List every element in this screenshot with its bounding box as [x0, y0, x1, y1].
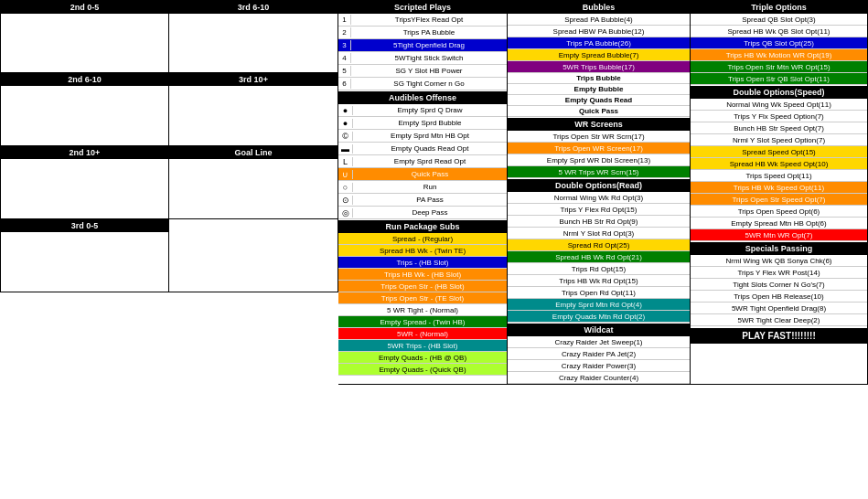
- play-fast-label: PLAY FAST!!!!!!!!: [691, 328, 867, 344]
- audible-row: ⊙PA Pass: [338, 194, 507, 207]
- list-item: Spread QB Slot Opt(3): [691, 14, 867, 26]
- down-header-3rd-6-10: 3rd 6-10: [169, 1, 338, 14]
- list-item: 5WR - (Normal): [338, 328, 507, 340]
- list-item: Trips Y Flex WR Post(14): [691, 267, 867, 279]
- play-name: TripsYFlex Read Opt: [351, 15, 507, 25]
- down-cell-2nd-6-10: 2nd 6-10: [0, 73, 169, 146]
- list-item: Trips HB Wk - (HB Slot): [338, 269, 507, 281]
- list-item: Empty Quads Mtn Rd Opt(2): [508, 311, 690, 323]
- list-item: Empty Spread Mtn HB Opt(6): [691, 218, 867, 229]
- list-item: 5WR Trips Bubble(17): [508, 61, 690, 73]
- bubbles-list: Spread PA Bubble(4)Spread HBW PA Bubble(…: [508, 14, 690, 73]
- down-cell-2nd-0-5: 2nd 0-5: [0, 0, 169, 73]
- play-number: 1: [338, 15, 351, 25]
- list-item: Trips - (HB Slot): [338, 257, 507, 269]
- list-item: Normal Wing Wk Speed Opt(11): [691, 99, 867, 111]
- list-item: Spread HB Wk - (Twin TE): [338, 245, 507, 257]
- list-item: Trips Open WR Screen(17): [508, 143, 690, 154]
- audible-row: ●Empty Sprd Q Draw: [338, 104, 507, 117]
- list-item: Bunch HB Str Speed Opt(7): [691, 122, 867, 134]
- list-item: Nrml Y Slot Speed Option(7): [691, 134, 867, 146]
- scripted-plays-list: 1TripsYFlex Read Opt2Trips PA Bubble35Ti…: [338, 14, 507, 90]
- list-item: Crazy Raider Jet Sweep(1): [508, 336, 690, 348]
- scripted-play-row: 2Trips PA Bubble: [338, 27, 507, 39]
- audible-row: ◎Deep Pass: [338, 207, 507, 219]
- play-name: 5Tight Openfield Drag: [351, 40, 507, 50]
- play-number: 2: [338, 27, 351, 37]
- audibles-header: Audibles Offense: [338, 91, 507, 104]
- list-item: Trips Open Speed Opt(6): [691, 206, 867, 218]
- list-item: Spread HBW PA Bubble(12): [508, 26, 690, 37]
- audible-name: Run: [353, 182, 507, 192]
- audible-icon: ●: [338, 119, 353, 128]
- list-item: Nrml Y Slot Rd Opt(3): [508, 228, 690, 239]
- play-number: 3: [338, 40, 351, 50]
- specials-list: Nrml Wing Wk QB Sonya Chk(6)Trips Y Flex…: [691, 255, 867, 326]
- list-item: Empty Quads - (Quick QB): [338, 364, 507, 376]
- audible-name: Empty Sprd Read Opt: [353, 156, 507, 166]
- run-subs-list: Spread - (Regular)Spread HB Wk - (Twin T…: [338, 233, 507, 376]
- list-item: Spread PA Bubble(4): [508, 14, 690, 26]
- down-header-2nd-6-10: 2nd 6-10: [1, 73, 168, 86]
- list-item: Bunch HB Str Rd Opt(9): [508, 216, 690, 228]
- audible-icon: ○: [338, 183, 353, 192]
- empty-bubble-label: Empty Bubble: [508, 84, 690, 95]
- list-item: Normal Wing Wk Rd Opt(3): [508, 192, 690, 204]
- list-item: Empty Quads - (HB @ QB): [338, 352, 507, 364]
- audible-name: Quick Pass: [353, 169, 507, 179]
- list-item: 5 WR Tight - (Normal): [338, 304, 507, 316]
- audible-icon: ⊙: [338, 196, 353, 205]
- down-cell-goal-line: Goal Line: [169, 146, 338, 219]
- audible-icon: ▬: [338, 144, 353, 154]
- down-header-3rd-10plus: 3rd 10+: [169, 73, 338, 86]
- list-item: 5WR Mtn WR Opt(7): [691, 229, 867, 241]
- list-item: Spread HB Wk Rd Opt(21): [508, 251, 690, 263]
- play-name: SG Y Slot HB Power: [351, 66, 507, 76]
- double-speed-header: Double Options(Speed): [691, 86, 867, 99]
- audible-row: ©Empty Sprd Mtn HB Opt: [338, 130, 507, 143]
- list-item: Trips Y Flx Speed Option(7): [691, 111, 867, 122]
- audibles-list: ●Empty Sprd Q Draw●Empty Sprd Bubble©Emp…: [338, 104, 507, 219]
- audible-name: Empty Sprd Bubble: [353, 118, 507, 128]
- scripted-play-row: 1TripsYFlex Read Opt: [338, 14, 507, 27]
- audible-row: ∪Quick Pass: [338, 168, 507, 181]
- audible-icon: ©: [338, 132, 353, 141]
- double-read-header: Double Options(Read): [508, 179, 690, 192]
- list-item: Crazy Raider Power(3): [508, 360, 690, 372]
- list-item: Trips PA Bubble(26): [508, 37, 690, 49]
- play-number: 6: [338, 79, 351, 89]
- list-item: Trips HB Wk Rd Opt(15): [508, 275, 690, 287]
- list-item: Empty Sprd Mtn Rd Opt(4): [508, 299, 690, 311]
- list-item: Crazy Raider PA Jet(2): [508, 348, 690, 360]
- list-item: Spread HB Wk Speed Opt(10): [691, 158, 867, 170]
- play-name: 5WTight Stick Switch: [351, 53, 507, 63]
- triple-header: Triple Options: [691, 1, 867, 14]
- audible-row: ▬Empty Quads Read Opt: [338, 143, 507, 155]
- audible-icon: L: [338, 157, 353, 166]
- down-header-goal-line: Goal Line: [169, 146, 338, 159]
- scripted-play-row: 45WTight Stick Switch: [338, 52, 507, 65]
- list-item: Nrml Wing Wk QB Sonya Chk(6): [691, 255, 867, 267]
- audible-name: Empty Sprd Mtn HB Opt: [353, 131, 507, 141]
- scripted-play-row: 35Tight Openfield Drag: [338, 39, 507, 52]
- list-item: Trips Open Str - (HB Slot): [338, 281, 507, 292]
- list-item: Trips HB Wk Motion WR Opt(19): [691, 49, 867, 61]
- list-item: Trips Open Str QB Slot Opt(11): [691, 73, 867, 85]
- list-item: 5WR Tight Openfield Drag(8): [691, 303, 867, 314]
- list-item: Spread Rd Opt(25): [508, 239, 690, 251]
- double-speed-list: Normal Wing Wk Speed Opt(11)Trips Y Flx …: [691, 99, 867, 241]
- scripted-play-row: 5SG Y Slot HB Power: [338, 65, 507, 78]
- list-item: Trips Speed Opt(11): [691, 170, 867, 182]
- wildcat-header: Wildcat: [508, 324, 690, 336]
- list-item: Trips Rd Opt(15): [508, 263, 690, 275]
- scripted-plays-header: Scripted Plays: [338, 1, 507, 14]
- triple-list: Spread QB Slot Opt(3)Spread HB Wk QB Slo…: [691, 14, 867, 85]
- list-item: Empty Spread - (Twin HB): [338, 316, 507, 328]
- audible-name: Empty Quads Read Opt: [353, 143, 507, 154]
- play-name: Trips PA Bubble: [351, 27, 507, 37]
- double-read-list: Normal Wing Wk Rd Opt(3)Trips Y Flex Rd …: [508, 192, 690, 323]
- list-item: Tight Slots Corner N Go's(7): [691, 279, 867, 291]
- audible-name: Empty Sprd Q Draw: [353, 105, 507, 115]
- audible-name: Deep Pass: [353, 207, 507, 218]
- down-header-2nd-10plus: 2nd 10+: [1, 146, 168, 159]
